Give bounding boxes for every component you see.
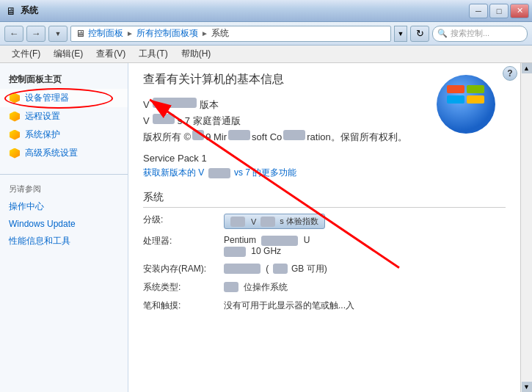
ram-text: ( [266, 264, 269, 274]
version-suffix: 版本 [200, 98, 219, 112]
experience-suffix: s 体验指数 [280, 216, 318, 227]
sidebar-main-title: 控制面板主页 [0, 69, 128, 89]
advanced-settings-label: 高级系统设置 [25, 147, 78, 159]
experience-index-btn[interactable]: V s 体验指数 [224, 214, 325, 229]
title-bar: 🖥 系统 ─ □ ✕ [0, 0, 532, 22]
svg-rect-2 [467, 85, 484, 93]
maximize-button[interactable]: □ [489, 4, 509, 18]
menu-file[interactable]: 文件(F) [6, 46, 46, 62]
sidebar-item-device-manager[interactable]: 设备管理器 [0, 89, 128, 107]
menu-view[interactable]: 查看(V) [90, 46, 131, 62]
windows-logo [434, 72, 498, 137]
sidebar-item-action-center[interactable]: 操作中心 [0, 197, 128, 216]
address-bar: ← → ▼ 🖥 控制面板 ► 所有控制面板项 ► 系统 ▼ ↻ 🔍 搜索控制..… [0, 22, 532, 46]
win7-prefix: V [143, 115, 150, 126]
breadcrumb-all-items[interactable]: 所有控制面板项 [136, 27, 198, 40]
menu-help[interactable]: 帮助(H) [175, 46, 217, 62]
scroll-up-btn[interactable]: ▲ [522, 63, 532, 73]
refresh-button[interactable]: ↻ [410, 26, 429, 42]
action-center-label: 操作中心 [9, 200, 44, 213]
dropdown-arrow[interactable]: ▼ [48, 26, 68, 42]
address-dropdown-btn[interactable]: ▼ [394, 26, 407, 42]
window-title: 系统 [21, 4, 38, 17]
svg-rect-3 [447, 95, 464, 104]
get-more-blurred [208, 168, 230, 178]
ram-row: 安装内存(RAM): ( GB 可用) [143, 263, 506, 275]
scrollbar[interactable]: ▲ ▼ [520, 63, 532, 392]
os-type-value: 位操作系统 [224, 281, 506, 294]
content-area: 查看有关计算机的基本信息 [128, 63, 520, 327]
breadcrumb-sep2: ► [201, 29, 208, 37]
score-blurred [230, 217, 245, 227]
rating-row: 分级: V s 体验指数 [143, 214, 506, 229]
year-blurred [192, 130, 204, 140]
system-section-header: 系统 [143, 191, 506, 208]
sidebar-item-windows-update[interactable]: Windows Update [0, 216, 128, 232]
proc-name: Pentium [224, 235, 256, 245]
menu-bar: 文件(F) 编辑(E) 查看(V) 工具(T) 帮助(H) [0, 46, 532, 63]
copyright-end: ration。保留所有权利。 [307, 131, 407, 144]
minimize-button[interactable]: ─ [469, 4, 488, 18]
search-icon: 🔍 [437, 29, 448, 38]
system-protection-label: 系统保护 [25, 128, 60, 141]
breadcrumb-icon: 🖥 [76, 28, 85, 39]
breadcrumb-current: 系统 [211, 27, 229, 40]
touch-value: 没有可用于此显示器的笔或触...入 [224, 300, 506, 312]
ram-blurred [224, 264, 260, 274]
perf-info-label: 性能信息和工具 [9, 235, 70, 247]
sidebar-item-remote-settings[interactable]: 远程设置 [0, 107, 128, 126]
system-info-table: 分级: V s 体验指数 处理器: Pentium [143, 214, 506, 312]
processor-line1: Pentium U [224, 235, 506, 246]
corp2-blurred [283, 130, 305, 140]
device-manager-container: 设备管理器 [0, 89, 128, 107]
sidebar-item-system-protection[interactable]: 系统保护 [0, 126, 128, 144]
device-manager-label: 设备管理器 [25, 92, 69, 104]
get-more-link[interactable]: 获取新版本的 V vs 7 的更多功能 [143, 167, 296, 178]
service-pack: Service Pack 1 [143, 153, 506, 164]
version-v: V [143, 99, 150, 110]
back-button[interactable]: ← [4, 26, 23, 42]
copyright-row: 版权所有 © 9 Mir soft Co ration。保留所有权利。 [143, 130, 407, 144]
system-protection-icon [9, 129, 21, 141]
windows-logo-container [434, 72, 498, 137]
menu-tools[interactable]: 工具(T) [133, 46, 173, 62]
os-type-label: 系统类型: [143, 281, 224, 294]
processor-label: 处理器: [143, 235, 224, 247]
win7-blurred [153, 114, 175, 124]
scroll-down-btn[interactable]: ▼ [522, 382, 532, 392]
get-more-suffix: vs 7 的更多功能 [234, 167, 296, 178]
svg-rect-4 [467, 95, 484, 104]
remote-settings-label: 远程设置 [25, 110, 60, 123]
version-blurred [153, 98, 197, 108]
proc-blurred [261, 236, 298, 246]
rating-value: V s 体验指数 [224, 214, 506, 229]
window-icon: 🖥 [6, 5, 16, 17]
get-more-text: 获取新版本的 V [143, 167, 204, 178]
copyright-suffix: soft Co [252, 131, 282, 142]
breadcrumb-control-panel[interactable]: 控制面板 [88, 27, 123, 40]
svg-point-0 [437, 75, 495, 134]
sidebar: 控制面板主页 设备管理器 远程设置 系统保护 [0, 63, 128, 392]
close-button[interactable]: ✕ [510, 4, 529, 18]
search-box[interactable]: 🔍 搜索控制... [432, 26, 528, 42]
forward-button[interactable]: → [26, 26, 45, 42]
proc-speed: 10 [251, 246, 260, 256]
scroll-track [525, 73, 528, 382]
device-manager-icon [9, 92, 21, 104]
menu-edit[interactable]: 编辑(E) [48, 46, 89, 62]
remote-settings-icon [9, 111, 21, 123]
title-bar-left: 🖥 系统 [6, 4, 38, 17]
corp-blurred [228, 130, 250, 140]
os-type-blurred [224, 282, 238, 292]
ram-avail-blurred [273, 264, 288, 274]
sidebar-item-advanced-settings[interactable]: 高级系统设置 [0, 144, 128, 162]
os-type-row: 系统类型: 位操作系统 [143, 281, 506, 294]
proc-unit: GHz [263, 246, 281, 256]
sidebar-also-title: 另请参阅 [0, 181, 128, 197]
main-area: 控制面板主页 设备管理器 远程设置 系统保护 [0, 63, 532, 392]
advanced-settings-icon [9, 148, 21, 159]
address-breadcrumb: 🖥 控制面板 ► 所有控制面板项 ► 系统 [70, 26, 391, 42]
sidebar-item-perf-info[interactable]: 性能信息和工具 [0, 232, 128, 250]
copyright-text: 版权所有 © [143, 131, 191, 144]
search-placeholder: 搜索控制... [451, 28, 489, 39]
